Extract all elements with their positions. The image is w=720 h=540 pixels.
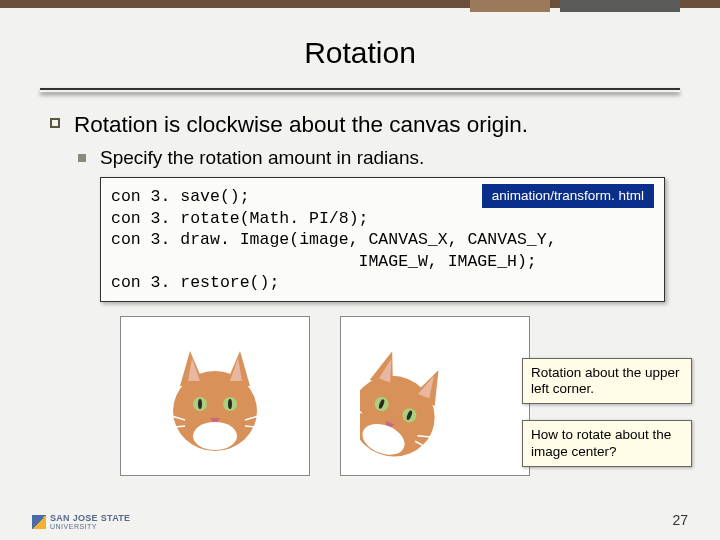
image-original [120, 316, 310, 476]
svg-point-4 [198, 399, 202, 409]
svg-point-5 [228, 399, 232, 409]
note-box: How to rotate about the image center? [522, 420, 692, 466]
bullet-row-sub: Specify the rotation amount in radians. [78, 147, 678, 169]
university-logo: SAN JOSE STATE UNIVERSITY [32, 513, 130, 530]
page-number: 27 [672, 512, 688, 528]
code-line: con 3. draw. Image(image, CANVAS_X, CANV… [111, 229, 654, 250]
square-bullet-small-icon [78, 154, 86, 162]
code-line: con 3. restore(); [111, 272, 654, 293]
cat-image-icon [160, 336, 270, 456]
square-bullet-icon [50, 118, 60, 128]
cat-image-rotated-icon [360, 321, 510, 471]
image-rotated [340, 316, 530, 476]
right-notes: Rotation about the upper left corner. Ho… [522, 358, 692, 483]
bullet-main-text: Rotation is clockwise about the canvas o… [74, 110, 528, 139]
bullet-sub-text: Specify the rotation amount in radians. [100, 147, 424, 169]
code-box: animation/transform. html con 3. save();… [100, 177, 665, 302]
bullet-row-main: Rotation is clockwise about the canvas o… [50, 110, 678, 139]
svg-point-6 [193, 422, 237, 450]
code-badge: animation/transform. html [482, 184, 654, 208]
slide-title: Rotation [40, 36, 680, 70]
logo-text: SAN JOSE STATE UNIVERSITY [50, 513, 130, 530]
title-area: Rotation [0, 8, 720, 78]
logo-mark-icon [32, 515, 46, 529]
code-line: IMAGE_W, IMAGE_H); [111, 251, 654, 272]
code-line: con 3. rotate(Math. PI/8); [111, 208, 654, 229]
note-box: Rotation about the upper left corner. [522, 358, 692, 404]
decorative-top-bar [0, 0, 720, 8]
